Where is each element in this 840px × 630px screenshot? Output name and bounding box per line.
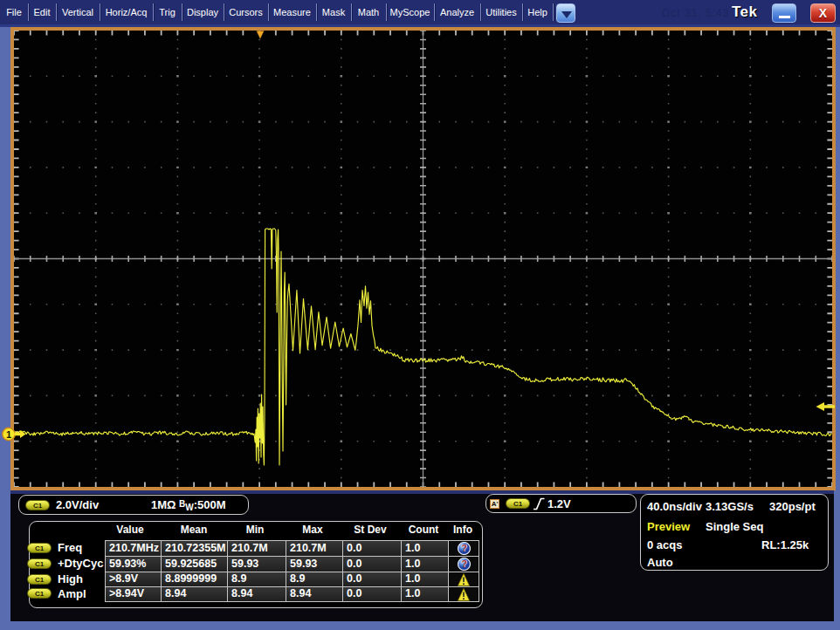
svg-text:?: ? (461, 558, 466, 569)
svg-text:1: 1 (6, 429, 11, 440)
svg-text:?: ? (461, 543, 466, 553)
